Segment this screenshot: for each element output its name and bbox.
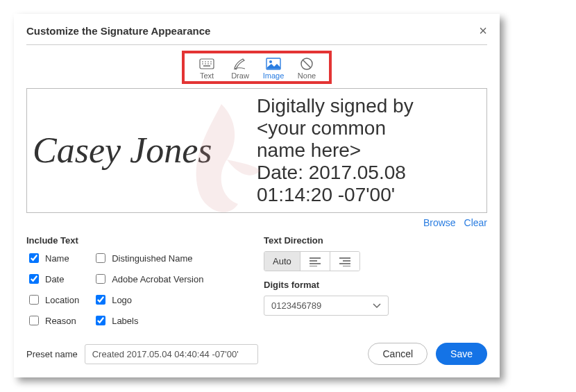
mode-row: Text Draw Image None <box>26 51 487 84</box>
close-icon[interactable]: × <box>479 24 487 37</box>
signature-name: Casey Jones <box>33 133 257 169</box>
signature-preview: Casey Jones Digitally signed by <your co… <box>26 88 487 213</box>
sig-line-3: name here> <box>257 139 481 162</box>
check-version-box[interactable] <box>96 274 105 284</box>
preset-section: Preset name <box>26 344 258 364</box>
text-direction-section: Text Direction Auto Digits format 012345… <box>264 235 487 327</box>
align-left-icon <box>309 257 321 266</box>
digits-format-heading: Digits format <box>264 280 487 290</box>
signature-details: Digitally signed by <your common name he… <box>257 95 481 207</box>
clear-link[interactable]: Clear <box>464 217 487 228</box>
options-row: Include Text Name Date Location Reason D… <box>26 235 487 327</box>
footer-row: Preset name Cancel Save <box>26 343 487 365</box>
svg-point-11 <box>269 60 272 63</box>
dir-auto-button[interactable]: Auto <box>264 252 300 271</box>
cancel-button[interactable]: Cancel <box>368 343 427 365</box>
keyboard-icon <box>190 56 223 71</box>
preview-links: Browse Clear <box>26 217 487 228</box>
none-icon <box>290 56 323 71</box>
svg-line-13 <box>303 60 311 68</box>
mode-draw[interactable]: Draw <box>223 56 257 80</box>
dialog-header: Customize the Signature Appearance × <box>26 24 487 45</box>
text-direction-group: Auto <box>264 251 360 271</box>
preset-name-input[interactable] <box>85 344 258 364</box>
check-logo[interactable]: Logo <box>93 293 203 307</box>
dir-ltr-button[interactable] <box>300 252 330 271</box>
browse-link[interactable]: Browse <box>423 217 456 228</box>
check-date[interactable]: Date <box>26 272 79 286</box>
check-location[interactable]: Location <box>26 293 79 307</box>
text-direction-heading: Text Direction <box>264 235 487 246</box>
check-reason[interactable]: Reason <box>26 314 79 327</box>
check-labels[interactable]: Labels <box>93 314 203 327</box>
check-dn[interactable]: Distinguished Name <box>93 251 203 265</box>
mode-draw-label: Draw <box>223 71 257 80</box>
dialog-title: Customize the Signature Appearance <box>26 25 210 37</box>
check-logo-box[interactable] <box>96 295 105 305</box>
chevron-down-icon <box>373 303 381 309</box>
image-icon <box>257 56 290 71</box>
check-labels-box[interactable] <box>96 316 105 325</box>
sig-line-4: Date: 2017.05.08 <box>257 162 481 184</box>
check-name-box[interactable] <box>29 253 39 263</box>
mode-none[interactable]: None <box>290 56 323 80</box>
mode-highlight-box: Text Draw Image None <box>182 51 332 84</box>
check-location-box[interactable] <box>29 295 39 305</box>
mode-image-label: Image <box>257 71 290 80</box>
preset-label: Preset name <box>26 349 78 359</box>
mode-text-label: Text <box>190 71 223 80</box>
pencil-icon <box>223 56 257 71</box>
save-button[interactable]: Save <box>436 343 487 365</box>
signature-appearance-dialog: Customize the Signature Appearance × Tex… <box>14 14 500 377</box>
mode-image[interactable]: Image <box>257 56 290 80</box>
check-date-box[interactable] <box>29 274 39 284</box>
sig-line-1: Digitally signed by <box>257 95 481 117</box>
check-name[interactable]: Name <box>26 251 79 265</box>
include-text-section: Include Text Name Date Location Reason D… <box>26 235 250 327</box>
dialog-buttons: Cancel Save <box>368 343 487 365</box>
check-dn-box[interactable] <box>96 253 105 263</box>
mode-none-label: None <box>290 71 323 80</box>
digits-format-value: 0123456789 <box>271 300 321 311</box>
sig-line-5: 01:14:20 -07'00' <box>257 184 481 206</box>
mode-text[interactable]: Text <box>190 56 223 80</box>
align-right-icon <box>339 257 351 266</box>
dir-rtl-button[interactable] <box>330 252 359 271</box>
check-reason-box[interactable] <box>29 316 39 325</box>
check-version[interactable]: Adobe Acrobat Version <box>93 272 203 286</box>
digits-format-select[interactable]: 0123456789 <box>264 296 389 316</box>
include-text-heading: Include Text <box>26 235 250 246</box>
sig-line-2: <your common <box>257 117 481 139</box>
